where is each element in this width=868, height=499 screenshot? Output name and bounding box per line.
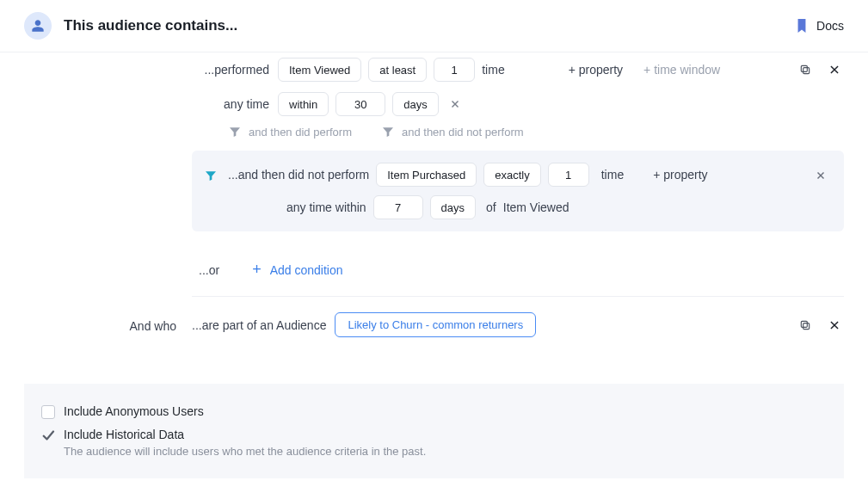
within-value-input[interactable]: 30 xyxy=(336,92,385,116)
audience-avatar-icon xyxy=(24,12,52,40)
copy-condition-icon[interactable] xyxy=(796,60,815,79)
nested-within-value-input[interactable]: 7 xyxy=(373,195,423,219)
or-label: ...or xyxy=(199,263,219,277)
svg-rect-0 xyxy=(803,68,810,74)
within-unit-select[interactable]: days xyxy=(392,92,438,116)
performed-label: ...performed xyxy=(192,63,269,77)
remove-nested-icon[interactable] xyxy=(811,166,830,185)
include-anonymous-label: Include Anonymous Users xyxy=(64,404,204,418)
comparator-select-atleast[interactable]: at least xyxy=(368,58,427,82)
add-condition-label: Add condition xyxy=(270,263,343,277)
copy-audience-condition-icon[interactable] xyxy=(796,316,815,335)
add-property-link[interactable]: + property xyxy=(569,63,623,77)
include-historical-checkbox[interactable] xyxy=(41,428,55,442)
include-historical-label: Include Historical Data xyxy=(64,428,426,441)
nested-event-select[interactable]: Item Purchased xyxy=(376,163,477,187)
nested-anytime-within-label: any time within xyxy=(286,200,366,214)
audience-prefix-label: ...are part of an Audience xyxy=(192,318,326,332)
filter-icon xyxy=(381,125,395,139)
then-did-perform-link[interactable]: and then did perform xyxy=(228,125,352,139)
svg-rect-9 xyxy=(801,321,807,327)
nested-prefix-label: ...and then did not perform xyxy=(228,168,369,182)
svg-rect-8 xyxy=(803,323,810,329)
audience-select[interactable]: Likely to Churn - common returners xyxy=(335,312,536,337)
then-did-not-perform-label: and then did not perform xyxy=(402,126,524,139)
filter-icon xyxy=(228,125,242,139)
include-historical-description: The audience will include users who met … xyxy=(64,445,426,458)
add-condition-button[interactable]: + Add condition xyxy=(252,261,342,279)
then-did-not-perform-link[interactable]: and then did not perform xyxy=(381,125,524,139)
filter-active-icon xyxy=(204,169,218,182)
docs-link[interactable]: Docs xyxy=(796,19,844,33)
remove-timewindow-icon[interactable] xyxy=(446,95,465,114)
include-anonymous-checkbox[interactable] xyxy=(41,405,55,419)
add-time-window-link[interactable]: + time window xyxy=(643,63,720,77)
svg-rect-1 xyxy=(801,65,807,71)
remove-audience-condition-icon[interactable] xyxy=(825,316,844,335)
event-select-item-viewed[interactable]: Item Viewed xyxy=(278,58,361,82)
docs-link-label: Docs xyxy=(816,19,844,33)
nested-time-suffix: time xyxy=(601,168,624,182)
remove-condition-icon[interactable] xyxy=(825,60,844,79)
nested-count-input[interactable]: 1 xyxy=(548,163,589,187)
page-title: This audience contains... xyxy=(64,17,237,34)
nested-add-property-link[interactable]: + property xyxy=(653,168,707,182)
nested-ref-event-label: Item Viewed xyxy=(503,200,569,214)
nested-of-label: of xyxy=(486,200,496,214)
plus-icon: + xyxy=(252,261,262,279)
and-who-section-label: And who xyxy=(24,312,192,333)
nested-within-unit-select[interactable]: days xyxy=(430,195,476,219)
anytime-label: any time xyxy=(192,97,269,111)
count-input-1[interactable]: 1 xyxy=(434,58,475,82)
time-suffix-label: time xyxy=(482,63,504,77)
nested-comparator-select[interactable]: exactly xyxy=(483,163,540,187)
then-did-perform-label: and then did perform xyxy=(249,126,352,139)
within-select[interactable]: within xyxy=(278,92,329,116)
